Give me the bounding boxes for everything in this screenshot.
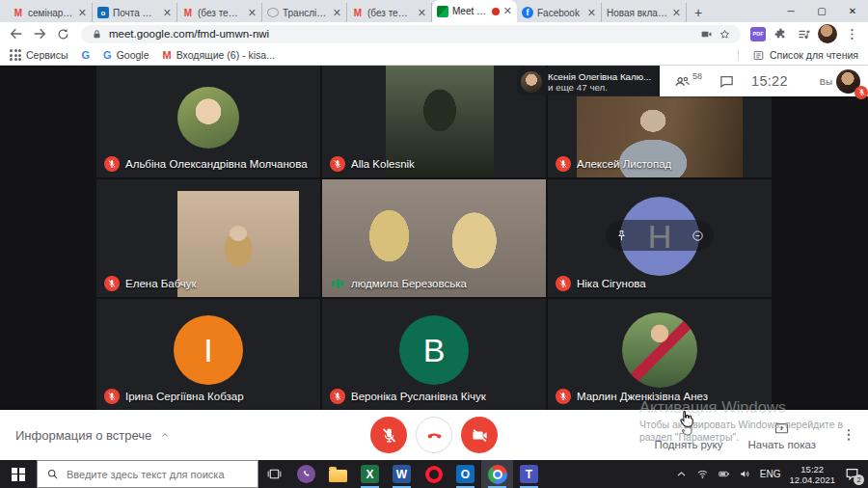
participants-button[interactable]: 58 [673,72,702,91]
participant-tile-elena[interactable]: Елена Бабчук [96,179,320,297]
window-maximize-button[interactable]: ▢ [806,0,837,22]
language-indicator[interactable]: ENG [760,469,781,479]
bookmark-services[interactable]: Сервисы [10,49,68,61]
mic-muted-badge [330,156,345,172]
taskbar-outlook[interactable]: O [449,460,481,488]
search-input[interactable] [67,469,249,480]
tab-new[interactable]: Новая вкладка ✕ [602,3,687,22]
google-favicon: G [82,49,91,61]
tab-close-icon[interactable]: ✕ [163,8,172,18]
tab-transliteration[interactable]: Транслітерац ✕ [262,3,347,22]
reload-icon[interactable] [54,25,71,42]
remove-participant-icon[interactable] [691,229,705,243]
raise-hand-label: Поднять руку [654,439,722,450]
mic-muted-badge [104,156,120,172]
battery-icon[interactable] [718,468,730,480]
task-view-button[interactable] [258,460,290,488]
tab-close-icon[interactable]: ✕ [248,8,257,18]
bookmark-star-icon[interactable] [719,28,731,41]
bookmark-g[interactable]: G [82,49,91,61]
present-screen-icon [773,420,790,437]
participant-tile-ludmila[interactable]: людмила Березовська [322,179,546,297]
pin-icon[interactable] [614,229,629,243]
participant-tile-irina[interactable]: І Ірина Сергіївна Кобзар [96,299,320,410]
bookmark-label: Google [117,49,149,61]
present-screen-button[interactable]: Начать показ [748,420,816,450]
self-view-thumbnail[interactable]: Вы [820,69,860,94]
browser-profile-avatar[interactable] [818,24,837,43]
leave-call-button[interactable] [416,417,452,453]
url-text[interactable]: meet.google.com/fmd-umwn-nwi [109,28,694,40]
tab-no-subject-1[interactable]: M (без темы) - d ✕ [177,3,262,22]
participant-tile-alla[interactable]: Alla Kolesnik [322,66,546,177]
pdf-extension-icon[interactable]: PDF [750,27,766,41]
excel-icon: X [361,465,379,483]
tab-mail[interactable]: o Почта — Дікт ✕ [93,3,177,22]
tab-close-icon[interactable]: ✕ [333,8,341,18]
camera-toggle-button[interactable] [461,417,498,453]
window-minimize-button[interactable]: ─ [775,0,806,22]
wifi-icon[interactable] [696,468,709,480]
forward-icon[interactable] [31,25,48,42]
back-icon[interactable] [8,25,25,42]
tab-close-icon[interactable]: ✕ [503,6,512,16]
camera-in-use-icon[interactable] [700,28,713,41]
reading-list-button[interactable]: Список для чтения [752,49,858,62]
mouse-cursor-hand [676,408,697,429]
browser-menu-icon[interactable] [843,25,860,42]
mic-toggle-button[interactable] [370,417,407,453]
tab-seminar[interactable]: M семінар-практ ✕ [8,3,93,22]
taskbar-clock[interactable]: 15:22 12.04.2021 [789,464,835,485]
tab-facebook[interactable]: f Facebook ✕ [517,3,602,22]
start-button[interactable] [0,460,37,488]
taskbar-search[interactable] [37,460,258,488]
people-icon [673,72,692,91]
mic-muted-badge [104,389,120,404]
new-tab-button[interactable]: + [687,3,710,22]
extensions-puzzle-icon[interactable] [772,25,789,42]
meet-favicon [437,6,448,17]
tab-close-icon[interactable]: ✕ [78,8,87,18]
taskbar-viber[interactable] [290,460,322,488]
chat-button[interactable] [719,73,735,90]
participants-banner[interactable]: Ксенія Олегівна Калю... и еще 47 чел. [517,68,660,95]
more-options-icon[interactable] [841,427,856,443]
action-center-button[interactable]: 2 [844,466,860,482]
taskbar-file-explorer[interactable] [322,460,354,488]
taskbar-chrome[interactable] [481,460,513,488]
meeting-details-button[interactable]: Информация о встрече [15,410,170,460]
participant-tile-nika[interactable]: Н Ніка Сігунова [548,179,772,297]
tab-close-icon[interactable]: ✕ [672,8,681,18]
tray-chevron-up-icon[interactable] [675,468,688,480]
participant-tile-albina[interactable]: Альбіна Олександрівна Молчанова [96,66,320,177]
bookmark-google[interactable]: G Google [103,49,149,61]
volume-icon[interactable] [739,468,751,480]
outlook-favicon: o [97,7,109,18]
participant-name: Алексей Листопад [577,158,671,170]
tab-no-subject-2[interactable]: M (без темы) - ✕ [347,3,432,22]
tab-close-icon[interactable]: ✕ [418,8,426,18]
participant-name: Ніка Сігунова [577,278,646,289]
taskbar-teams[interactable]: T [513,460,545,488]
lock-icon [91,28,103,41]
tab-label: Meet – fm [452,6,488,16]
participant-tile-veronika[interactable]: В Вероніка Русланівна Кічук [322,299,546,410]
address-bar[interactable]: meet.google.com/fmd-umwn-nwi [81,25,741,43]
participant-count: 58 [692,71,702,81]
taskbar-opera[interactable] [418,460,449,488]
participant-tile-marlin[interactable]: Марлин Дженкізівна Анез [548,299,772,410]
taskbar-word[interactable]: W [386,460,418,488]
tab-close-icon[interactable]: ✕ [587,8,596,18]
banner-participant-name: Ксенія Олегівна Калю... [548,71,651,82]
tab-meet-active[interactable]: Meet – fm ✕ [432,0,517,22]
window-close-button[interactable]: ✕ [837,0,868,22]
bookmark-inbox[interactable]: M Входящие (6) - kisa... [163,49,275,61]
extension-list-icon[interactable] [795,25,812,42]
participant-name: людмила Березовська [351,278,467,289]
clock-date: 12.04.2021 [789,474,835,485]
desktop-screen: M семінар-практ ✕ o Почта — Дікт ✕ M (бе… [0,0,868,488]
reading-list-label: Список для чтения [770,49,858,61]
gmail-favicon: M [13,7,24,18]
mic-muted-badge [104,276,120,291]
taskbar-excel[interactable]: X [354,460,386,488]
